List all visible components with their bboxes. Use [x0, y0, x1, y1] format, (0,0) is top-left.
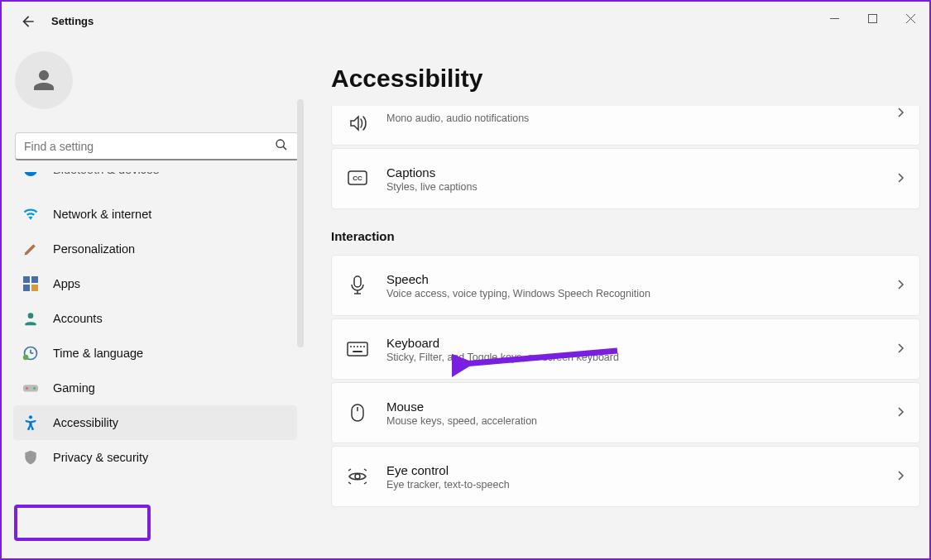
chevron-right-icon: [896, 405, 908, 420]
svg-point-28: [363, 346, 365, 347]
svg-point-11: [28, 313, 34, 318]
close-button[interactable]: [891, 5, 929, 31]
back-button[interactable]: [20, 13, 40, 33]
sidebar-item-label: Apps: [53, 277, 80, 290]
svg-rect-7: [23, 276, 30, 283]
sidebar-item-bluetooth[interactable]: Bluetooth & devices: [13, 172, 297, 187]
svg-rect-16: [23, 385, 38, 391]
svg-rect-22: [354, 276, 361, 287]
minimize-button[interactable]: [815, 5, 853, 31]
svg-rect-8: [31, 276, 38, 283]
sidebar-item-label: Accessibility: [53, 416, 118, 429]
gamepad-icon: [22, 379, 40, 397]
window-title: Settings: [51, 15, 94, 27]
svg-point-15: [23, 355, 29, 361]
card-mouse[interactable]: Mouse Mouse keys, speed, acceleration: [331, 382, 920, 443]
search-icon: [275, 138, 290, 155]
svg-point-24: [350, 346, 352, 347]
keyboard-icon: [347, 338, 368, 360]
svg-rect-23: [348, 342, 367, 356]
svg-point-27: [360, 346, 362, 347]
sidebar-item-label: Time & language: [53, 347, 143, 360]
brush-icon: [22, 240, 40, 258]
audio-icon: [347, 112, 368, 134]
sidebar-item-label: Gaming: [53, 381, 95, 395]
svg-rect-9: [23, 285, 30, 291]
card-subtitle: Sticky, Filter, and Toggle keys, on-scre…: [386, 352, 896, 363]
sidebar-item-label: Network & internet: [53, 208, 151, 221]
card-audio[interactable]: Mono audio, audio notifications: [331, 106, 920, 146]
section-header: Interaction: [331, 229, 920, 243]
svg-point-19: [29, 415, 32, 419]
page-title: Accessibility: [331, 65, 920, 93]
svg-point-6: [24, 172, 37, 176]
main-content: Accessibility Mono audio, audio notifica…: [331, 41, 920, 560]
card-subtitle: Mouse keys, speed, acceleration: [386, 415, 896, 427]
sidebar-item-gaming[interactable]: Gaming: [13, 371, 297, 405]
card-subtitle: Voice access, voice typing, Windows Spee…: [386, 288, 896, 299]
sidebar: Bluetooth & devices Network & internet P…: [2, 41, 304, 560]
sidebar-item-accessibility[interactable]: Accessibility: [13, 405, 297, 440]
svg-line-5: [283, 146, 286, 150]
card-title: Keyboard: [386, 336, 896, 350]
svg-point-26: [357, 346, 358, 347]
card-subtitle: Eye tracker, text-to-speech: [386, 479, 896, 491]
sidebar-item-personalization[interactable]: Personalization: [13, 232, 297, 266]
card-title: Eye control: [386, 463, 896, 477]
chevron-right-icon: [896, 171, 908, 186]
avatar[interactable]: [15, 51, 73, 109]
eye-icon: [347, 466, 368, 487]
card-title: Captions: [386, 165, 896, 179]
card-eye-control[interactable]: Eye control Eye tracker, text-to-speech: [331, 446, 920, 507]
sidebar-item-apps[interactable]: Apps: [13, 266, 297, 301]
microphone-icon: [347, 275, 368, 296]
sidebar-item-network[interactable]: Network & internet: [13, 197, 297, 232]
annotation-highlight: [14, 505, 151, 541]
svg-point-4: [276, 140, 284, 147]
bluetooth-icon: [22, 172, 40, 179]
apps-icon: [22, 275, 40, 293]
sidebar-item-privacy[interactable]: Privacy & security: [13, 440, 297, 475]
svg-text:CC: CC: [353, 175, 362, 182]
svg-point-17: [26, 387, 28, 390]
accessibility-icon: [22, 414, 40, 432]
maximize-button[interactable]: [853, 5, 891, 31]
person-icon: [22, 309, 40, 328]
mouse-icon: [347, 402, 368, 424]
shield-icon: [22, 448, 40, 467]
sidebar-item-time[interactable]: Time & language: [13, 336, 297, 371]
card-subtitle: Mono audio, audio notifications: [386, 112, 896, 124]
sidebar-item-label: Personalization: [53, 242, 135, 256]
captions-icon: CC: [347, 168, 368, 189]
card-speech[interactable]: Speech Voice access, voice typing, Windo…: [331, 255, 920, 316]
search-field[interactable]: [24, 140, 268, 153]
chevron-right-icon: [896, 469, 908, 484]
chevron-right-icon: [896, 278, 908, 293]
sidebar-scrollbar[interactable]: [297, 99, 304, 347]
wifi-icon: [22, 205, 40, 223]
sidebar-item-accounts[interactable]: Accounts: [13, 301, 297, 336]
chevron-right-icon: [896, 342, 908, 357]
search-input[interactable]: [15, 132, 299, 160]
sidebar-item-label: Privacy & security: [53, 451, 148, 464]
card-title: Mouse: [386, 400, 896, 414]
card-subtitle: Styles, live captions: [386, 181, 896, 193]
sidebar-item-label: Bluetooth & devices: [53, 172, 159, 176]
sidebar-item-label: Accounts: [53, 312, 103, 325]
svg-point-25: [353, 346, 355, 347]
clock-icon: [22, 344, 40, 362]
card-title: Speech: [386, 272, 896, 286]
card-captions[interactable]: CC Captions Styles, live captions: [331, 148, 920, 209]
svg-point-18: [33, 387, 36, 390]
card-keyboard[interactable]: Keyboard Sticky, Filter, and Toggle keys…: [331, 318, 920, 380]
svg-point-32: [355, 474, 360, 479]
svg-rect-10: [31, 285, 38, 291]
svg-rect-1: [868, 14, 876, 22]
svg-rect-29: [353, 351, 362, 352]
chevron-right-icon: [896, 106, 908, 121]
